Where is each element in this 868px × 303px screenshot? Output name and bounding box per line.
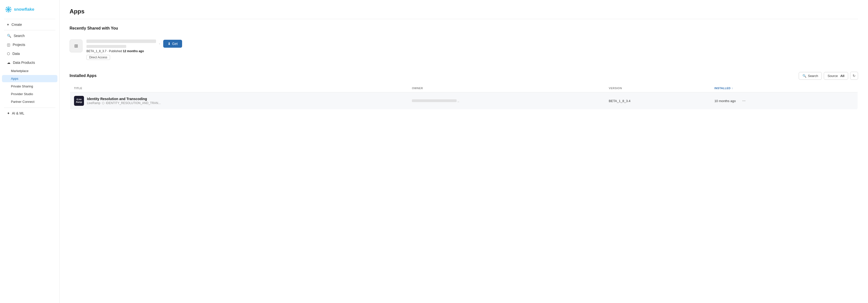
app-icon-symbol: ⊞ (74, 43, 78, 49)
svg-point-10 (10, 11, 11, 12)
marketplace-label: Marketplace (11, 69, 29, 73)
recently-shared-app-icon: ⊞ (69, 39, 83, 52)
svg-point-5 (8, 6, 9, 7)
apps-label: Apps (11, 77, 19, 81)
table-body: /Live Ramp Identity Resolution and Trans… (70, 92, 858, 110)
app-row-info: /Live Ramp Identity Resolution and Trans… (74, 96, 404, 106)
sidebar-item-ai-ml[interactable]: ✦ AI & ML (2, 109, 57, 118)
svg-point-9 (6, 7, 7, 8)
published-time: 12 months ago (123, 50, 144, 53)
owner-blurred (412, 99, 457, 102)
col-title: TITLE (70, 84, 408, 92)
private-sharing-label: Private Sharing (11, 85, 33, 88)
page-title: Apps (69, 8, 858, 15)
svg-point-7 (5, 9, 6, 10)
table-row[interactable]: /Live Ramp Identity Resolution and Trans… (70, 92, 858, 110)
main-content-area: Apps Recently Shared with You ⊞ - ⬇ Get (60, 0, 868, 303)
source-filter-button[interactable]: Source All (824, 72, 848, 80)
app-meta: BETA_1_8_3.7 · Published 12 months ago (87, 50, 858, 53)
cell-installed: 10 months ago ··· (711, 92, 858, 110)
search-icon: 🔍 (7, 34, 11, 38)
ai-ml-label: AI & ML (12, 111, 24, 115)
sidebar: snowflake + Create 🔍 Search ◫ Projects ⬡… (0, 0, 60, 303)
refresh-icon: ↻ (852, 74, 856, 78)
search-label: Search (14, 34, 25, 38)
logo-text: snowflake (14, 7, 34, 12)
sidebar-divider-create (4, 30, 55, 30)
sidebar-item-data-products[interactable]: ☁ Data Products (2, 58, 57, 67)
installed-controls: 🔍 Search Source All ↻ (799, 72, 858, 80)
app-row-details: Identity Resolution and Transcoding Live… (87, 97, 161, 105)
table-header: TITLE OWNER VERSION INSTALLED ↑ (70, 84, 858, 92)
cell-owner: .. (408, 92, 605, 110)
app-row-logo: /Live Ramp (74, 96, 84, 106)
provider-studio-label: Provider Studio (11, 92, 33, 96)
projects-icon: ◫ (7, 43, 10, 47)
col-version: VERSION (605, 84, 711, 92)
svg-point-12 (6, 11, 7, 12)
installed-time: 10 months ago (714, 99, 736, 103)
sidebar-item-private-sharing[interactable]: Private Sharing (2, 83, 57, 90)
partner-connect-label: Partner Connect (11, 100, 34, 103)
app-identifier: IDENTITY_RESOLUTION_AND_TRAN... (106, 101, 161, 105)
separator: - (159, 42, 160, 46)
get-button[interactable]: ⬇ Get (163, 40, 182, 48)
cloud-icon: ☁ (7, 61, 10, 65)
plus-icon: + (7, 23, 9, 27)
get-button-label: Get (172, 42, 178, 46)
sidebar-item-search[interactable]: 🔍 Search (2, 32, 57, 40)
installed-apps-title: Installed Apps (69, 73, 97, 78)
app-version: BETA_1_8_3.7 (87, 50, 106, 53)
app-name-row: - ⬇ Get (87, 39, 858, 48)
recently-shared-card: ⊞ - ⬇ Get BETA_1_8_3.7 · (69, 35, 858, 64)
app-row-sub: LiveRamp ⬡ IDENTITY_RESOLUTION_AND_TRAN.… (87, 101, 161, 105)
projects-label: Projects (13, 43, 25, 47)
app-row-name: Identity Resolution and Transcoding (87, 97, 161, 101)
recently-shared-app-info: - ⬇ Get BETA_1_8_3.7 · Published 12 mont… (87, 39, 858, 60)
sidebar-item-apps[interactable]: Apps (2, 75, 57, 82)
source-label: Source (828, 74, 838, 78)
search-icon-btn: 🔍 (802, 74, 806, 78)
ai-ml-icon: ✦ (7, 111, 10, 115)
data-label: Data (12, 52, 20, 56)
installed-section-header: Installed Apps 🔍 Search Source All ↻ (69, 72, 858, 80)
col-owner: OWNER (408, 84, 605, 92)
app-name-blur-2 (87, 45, 126, 48)
logo[interactable]: snowflake (0, 4, 59, 18)
app-name-blur-1 (87, 39, 156, 43)
app-name-blurred-line1 (87, 39, 156, 48)
sort-asc-icon: ↑ (732, 87, 733, 90)
sidebar-item-data[interactable]: ⬡ Data (2, 50, 57, 58)
search-btn-label: Search (808, 74, 818, 78)
sidebar-create[interactable]: + Create (2, 20, 57, 29)
download-icon: ⬇ (168, 42, 171, 46)
direct-access-badge: Direct Access (87, 55, 110, 60)
sidebar-item-partner-connect[interactable]: Partner Connect (2, 98, 57, 105)
recently-shared-title: Recently Shared with You (69, 26, 858, 31)
data-products-label: Data Products (13, 61, 35, 65)
refresh-button[interactable]: ↻ (850, 72, 858, 80)
snowflake-icon (5, 6, 12, 13)
svg-point-6 (8, 11, 9, 12)
published-label: Published (109, 50, 122, 53)
cell-version: BETA_1_8_3.4 (605, 92, 711, 110)
sidebar-divider-bottom (4, 108, 55, 108)
col-installed[interactable]: INSTALLED ↑ (711, 84, 858, 92)
app-provider: LiveRamp (87, 101, 100, 105)
source-value: All (840, 74, 844, 78)
sidebar-item-provider-studio[interactable]: Provider Studio (2, 90, 57, 98)
installed-search-button[interactable]: 🔍 Search (799, 72, 822, 80)
svg-point-11 (10, 7, 11, 8)
sidebar-item-projects[interactable]: ◫ Projects (2, 40, 57, 49)
row-more-button[interactable]: ··· (740, 98, 747, 104)
installed-apps-table: TITLE OWNER VERSION INSTALLED ↑ (69, 84, 858, 110)
title-divider (69, 19, 858, 19)
create-label: Create (11, 23, 22, 27)
sidebar-item-marketplace[interactable]: Marketplace (2, 67, 57, 74)
svg-point-8 (10, 9, 11, 10)
cell-title: /Live Ramp Identity Resolution and Trans… (70, 92, 408, 110)
sidebar-divider-top (4, 19, 55, 19)
data-icon: ⬡ (7, 52, 10, 56)
